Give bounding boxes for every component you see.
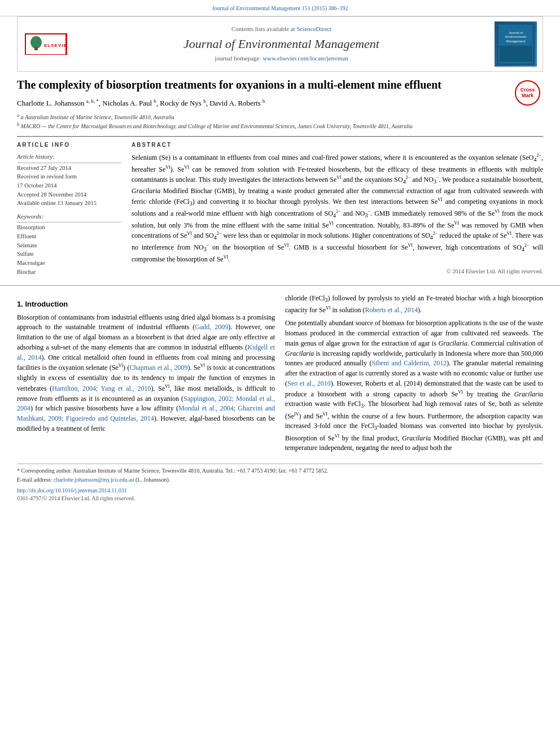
footnote-section: * Corresponding author. Australian Insti… xyxy=(17,464,543,483)
svg-rect-2 xyxy=(34,47,38,50)
ref-mondal[interactable]: Mondal et al., 2004; Ghazvini and Mashka… xyxy=(17,404,275,422)
affiliation-a: a a Australian Institute of Marine Scien… xyxy=(17,112,543,121)
revised-date: 17 October 2014 xyxy=(17,182,121,190)
received-date: Received 27 July 2014 xyxy=(17,164,121,173)
elsevier-logo: ELSEVIER xyxy=(25,33,67,55)
intro-para-2-cont: chloride (FeCl3) followed by pyrolysis t… xyxy=(285,294,543,316)
article-info-heading: ARTICLE INFO xyxy=(17,141,121,149)
elsevier-logo-block: ELSEVIER xyxy=(23,33,68,55)
crossmark-logo: CrossMark xyxy=(515,80,540,106)
keyword-6: Biochar xyxy=(17,268,121,277)
intro-heading: 1. Introduction xyxy=(17,299,275,309)
keyword-1: Biosorption xyxy=(17,224,121,232)
main-content-two-col: 1. Introduction Biosorption of contamina… xyxy=(17,294,543,457)
abstract-text: Selenium (Se) is a contaminant in efflue… xyxy=(132,152,543,264)
keyword-2: Effluent xyxy=(17,233,121,241)
svg-text:Journal of: Journal of xyxy=(509,31,523,34)
ref-chapman[interactable]: Chapman et al., 2009 xyxy=(129,364,187,372)
keyword-4: Sulfate xyxy=(17,250,121,259)
sciencedirect-link[interactable]: ScienceDirect xyxy=(296,25,331,32)
keyword-3: Selenate xyxy=(17,242,121,250)
affiliation-b: b MACRO — the Centre for Macroalgal Reso… xyxy=(17,121,543,130)
copyright-line: © 2014 Elsevier Ltd. All rights reserved… xyxy=(132,268,543,276)
svg-text:Environmental: Environmental xyxy=(505,35,526,38)
article-info-col: ARTICLE INFO Article history: Received 2… xyxy=(17,141,121,277)
doi-link[interactable]: http://dx.doi.org/10.1016/j.jenvman.2014… xyxy=(17,487,127,493)
journal-doi: Journal of Environmental Management 151 … xyxy=(0,5,560,12)
abstract-col: ABSTRACT Selenium (Se) is a contaminant … xyxy=(132,141,543,277)
ref-sibeni[interactable]: Sibeni and Calderini, 2012 xyxy=(371,359,447,367)
ref-kidgell[interactable]: Kidgell et al., 2014 xyxy=(17,343,275,361)
ref-gadd[interactable]: Gadd, 2009 xyxy=(195,323,228,331)
footnote-2: E-mail address: charlotte.johansson@my.j… xyxy=(17,476,543,484)
article-body: The complexity of biosorption treatments… xyxy=(17,72,543,277)
email-link[interactable]: charlotte.johansson@my.jcu.edu.au xyxy=(54,477,134,483)
main-right-col: chloride (FeCl3) followed by pyrolysis t… xyxy=(285,294,543,457)
journal-name: Journal of Environmental Management xyxy=(74,36,489,53)
hours-text: hours xyxy=(409,412,424,420)
ref-hamilton[interactable]: Hamilton, 2004; Yang et al., 2010 xyxy=(52,385,151,392)
footnote-1: * Corresponding author. Australian Insti… xyxy=(17,467,543,475)
svg-rect-9 xyxy=(500,46,532,62)
authors-line: Charlotte L. Johansson a, b, *, Nicholas… xyxy=(17,98,543,109)
crossmark-badge[interactable]: CrossMark xyxy=(512,77,543,108)
journal-header-box: ELSEVIER Contents lists available at Sci… xyxy=(17,16,543,72)
footer-doi: http://dx.doi.org/10.1016/j.jenvman.2014… xyxy=(17,487,543,495)
article-info-abstract-section: ARTICLE INFO Article history: Received 2… xyxy=(17,136,543,277)
journal-cover-image: Journal of Environmental Management xyxy=(495,21,537,67)
svg-text:ELSEVIER: ELSEVIER xyxy=(44,43,65,48)
affiliations: a a Australian Institute of Marine Scien… xyxy=(17,112,543,131)
main-left-col: 1. Introduction Biosorption of contamina… xyxy=(17,294,275,457)
keywords-section: Keywords: Biosorption Effluent Selenate … xyxy=(17,212,121,277)
footer-issn: 0301-4797/© 2014 Elsevier Ltd. All right… xyxy=(17,495,543,503)
footer-section: http://dx.doi.org/10.1016/j.jenvman.2014… xyxy=(17,484,543,503)
section-divider xyxy=(0,285,560,286)
article-history: Article history: Received 27 July 2014 R… xyxy=(17,152,121,208)
svg-text:Management: Management xyxy=(506,40,526,43)
svg-point-1 xyxy=(30,36,42,49)
intro-para-1: Biosorption of contaminants from industr… xyxy=(17,313,275,434)
ref-roberts-2014[interactable]: Roberts et al., 2014 xyxy=(365,306,418,314)
ref-seo[interactable]: Seo et al., 2010 xyxy=(287,379,331,387)
accepted-date: Accepted 28 November 2014 xyxy=(17,191,121,199)
article-title: The complexity of biosorption treatments… xyxy=(17,77,543,92)
history-label: Article history: xyxy=(17,152,121,163)
journal-header: Journal of Environmental Management 151 … xyxy=(0,0,560,16)
revised-label: Received in revised form xyxy=(17,173,121,181)
abstract-heading: ABSTRACT xyxy=(132,141,543,149)
intro-para-3: One potentially abundant source of bioma… xyxy=(285,318,543,453)
available-date: Available online 13 January 2015 xyxy=(17,199,121,208)
keyword-5: Macroalgae xyxy=(17,259,121,268)
journal-homepage: journal homepage: www.elsevier.com/locat… xyxy=(74,54,489,63)
journal-title-block: Contents lists available at ScienceDirec… xyxy=(74,25,489,63)
journal-homepage-link[interactable]: www.elsevier.com/locate/jenvman xyxy=(262,55,348,62)
keywords-label: Keywords: xyxy=(17,212,121,222)
sciencedirect-label: Contents lists available at ScienceDirec… xyxy=(74,25,489,33)
